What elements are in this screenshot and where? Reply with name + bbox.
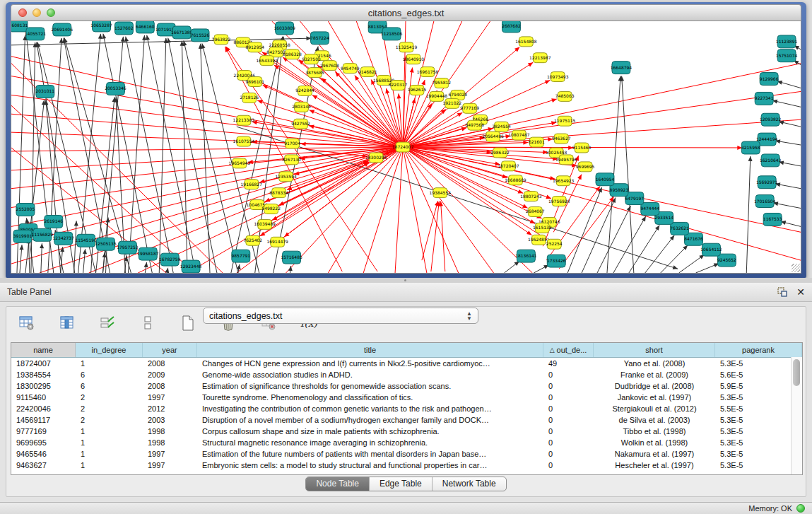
graph-node-label: 18720407 xyxy=(498,163,519,168)
column-header-out-degree[interactable]: △out_de... xyxy=(543,343,594,357)
table-row[interactable]: 946362711997Embryonic stem cells: a mode… xyxy=(11,460,802,471)
graph-node-label: 16033809 xyxy=(273,25,295,30)
graph-node-label: 7485063 xyxy=(555,93,575,98)
table-cell: 9465546 xyxy=(11,450,76,458)
column-header-title[interactable]: title xyxy=(197,343,543,357)
graph-node-label: 7857224 xyxy=(310,35,329,40)
graph-node-label: 10807487 xyxy=(508,132,530,137)
table-cell: Franke et al. (2009) xyxy=(594,370,715,379)
table-cell: 0 xyxy=(543,450,594,458)
column-header-short[interactable]: short xyxy=(594,343,715,357)
graph-node-label: 2967608 xyxy=(320,63,339,68)
column-header-name[interactable]: name xyxy=(11,343,76,357)
table-row[interactable]: 969969511998Structural magnetic resonanc… xyxy=(11,437,802,448)
table-row[interactable]: 1456911722003Disruption of a novel membe… xyxy=(11,414,802,426)
close-panel-icon[interactable]: ✕ xyxy=(796,287,805,297)
checklist-icon xyxy=(100,316,115,330)
table-cell: 5.3E-5 xyxy=(715,461,802,469)
minimize-window-button[interactable] xyxy=(33,8,41,17)
window-resize-grip[interactable] xyxy=(792,264,800,272)
graph-node-label: 11123891 xyxy=(776,39,798,44)
graph-node-label: 2031011 xyxy=(36,88,55,93)
network-window[interactable]: citations_edges.txt 18724007886012489129… xyxy=(6,2,806,278)
window-titlebar[interactable]: citations_edges.txt xyxy=(11,4,801,21)
row-height-button[interactable] xyxy=(137,314,158,332)
table-selector-value: citations_edges.txt xyxy=(209,311,283,321)
graph-node-label: 3824554 xyxy=(492,124,511,129)
new-table-button[interactable] xyxy=(177,314,199,332)
tab-node-table[interactable]: Node Table xyxy=(306,477,370,491)
table-cell: 22420046 xyxy=(11,404,76,413)
table-row[interactable]: 1872400712008Changes of HCN gene express… xyxy=(11,358,802,369)
memory-status-label: Memory: OK xyxy=(748,504,792,513)
graph-node-label: 16210643 xyxy=(760,158,782,163)
graph-node-label: 9896101 xyxy=(245,79,264,84)
graph-node-label: 2933514 xyxy=(654,215,673,220)
graph-node-label: 15692971 xyxy=(756,180,778,185)
graph-node-label: 2986322 xyxy=(490,150,510,155)
network-graph[interactable]: 1872400788601248912954222605588427503165… xyxy=(11,21,801,273)
graph-node-label: 5498222 xyxy=(261,206,281,211)
table-cell: 9777169 xyxy=(11,427,76,436)
graph-node-label: 8454749 xyxy=(341,66,360,71)
graph-node-label: 17016504 xyxy=(754,199,776,204)
float-panel-icon[interactable] xyxy=(777,287,788,297)
graph-node-label: 2552005 xyxy=(16,206,35,211)
graph-node-label: 16648794 xyxy=(611,65,632,70)
graph-node-label: 8471676 xyxy=(684,236,703,241)
column-header-in-degree[interactable]: in_degree xyxy=(76,343,143,357)
graph-node-label: 8912954 xyxy=(245,45,264,49)
graph-node-label: 9129966 xyxy=(760,76,779,81)
graph-node-label: 12093822 xyxy=(760,117,782,122)
table-cell: 2009 xyxy=(143,370,197,379)
show-column-button[interactable] xyxy=(57,314,78,332)
column-header-pagerank[interactable]: pagerank xyxy=(715,343,802,357)
graph-node-label: 12213383 xyxy=(233,117,255,122)
table-cell: 1997 xyxy=(143,393,197,402)
tab-edge-table[interactable]: Edge Table xyxy=(370,477,433,491)
graph-node-label: 917004 xyxy=(284,141,300,146)
table-gear-icon xyxy=(19,316,35,330)
graph-node-label: 19654923 xyxy=(553,178,575,183)
table-cell: 1998 xyxy=(143,427,197,436)
table-row[interactable]: 977716911998Corpus callosum shape and si… xyxy=(11,426,802,437)
graph-node-label: 7625402 xyxy=(243,238,262,243)
table-row[interactable]: 2242004622012Investigating the contribut… xyxy=(11,403,802,414)
graph-node-label: 15751074 xyxy=(776,53,798,58)
table-mode-button[interactable] xyxy=(16,314,37,332)
table-cell: 18300295 xyxy=(11,382,76,390)
column-header-year[interactable]: year xyxy=(143,343,197,357)
table-cell: Genome-wide association studies in ADHD. xyxy=(197,370,543,379)
close-window-button[interactable] xyxy=(18,8,27,17)
graph-node-label: 12342737 xyxy=(53,235,75,240)
panel-splitter[interactable] xyxy=(0,278,812,283)
table-scrollbar[interactable] xyxy=(791,357,802,474)
table-row[interactable]: 946554611997Estimation of the future num… xyxy=(11,448,802,460)
network-canvas[interactable]: 1872400788601248912954222605588427503165… xyxy=(11,21,801,274)
table-cell: 1 xyxy=(76,359,143,368)
graph-node-label: 20053346 xyxy=(105,86,126,90)
table-selector-dropdown[interactable]: citations_edges.txt ▲▼ xyxy=(203,308,478,324)
tab-network-table[interactable]: Network Table xyxy=(433,477,506,491)
graph-node-label: 16039489 xyxy=(254,221,276,226)
table-cell: 1998 xyxy=(143,438,197,447)
graph-node-label: 16782759 xyxy=(159,257,181,262)
table-header-row: name in_degree year title △out_de... sho… xyxy=(11,343,802,358)
graph-node-label: 16543392 xyxy=(256,58,278,63)
scrollbar-thumb[interactable] xyxy=(793,359,800,386)
graph-node-label: 9242844 xyxy=(295,88,314,93)
select-rows-button[interactable] xyxy=(97,314,118,332)
table-cell: 2 xyxy=(76,416,143,424)
table-row[interactable]: 911546021997Tourette syndrome. Phenomeno… xyxy=(11,392,802,403)
table-row[interactable]: 1938455462009Genome-wide association stu… xyxy=(11,369,802,380)
graph-node-label: 22260558 xyxy=(269,42,290,47)
table-row[interactable]: 1830029562008Estimation of significance … xyxy=(11,380,802,392)
table-cell: 5.3E-5 xyxy=(715,438,802,447)
graph-node-label: 12505135 xyxy=(95,241,117,246)
table-body: 1872400712008Changes of HCN gene express… xyxy=(11,358,802,474)
table-cell: Corpus callosum shape and size in male p… xyxy=(197,427,543,436)
table-cell: 5.3E-5 xyxy=(715,393,802,402)
table-cell: 5.3E-5 xyxy=(715,427,802,436)
memory-ok-icon xyxy=(796,504,805,513)
zoom-window-button[interactable] xyxy=(47,8,55,17)
